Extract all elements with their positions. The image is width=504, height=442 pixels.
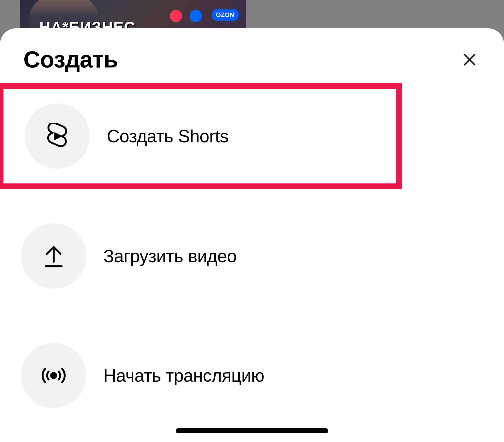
upload-icon	[40, 242, 67, 270]
home-indicator[interactable]	[176, 428, 328, 433]
upload-video-option[interactable]: Загрузить видео	[0, 196, 504, 316]
create-options-list: Создать Shorts Загрузить видео	[0, 83, 504, 435]
ozon-badge: OZON	[211, 9, 239, 21]
create-bottom-sheet: Создать Создать Shorts	[0, 28, 504, 442]
create-shorts-option[interactable]: Создать Shorts	[3, 103, 396, 169]
create-shorts-label: Создать Shorts	[107, 126, 229, 146]
option-icon-wrapper	[21, 343, 86, 408]
sheet-header: Создать	[0, 28, 504, 83]
svg-point-4	[51, 373, 56, 378]
option-icon-wrapper	[24, 103, 89, 169]
shorts-icon	[44, 123, 71, 150]
go-live-label: Начать трансляцию	[103, 366, 264, 386]
close-button[interactable]	[460, 50, 479, 70]
option-icon-wrapper	[21, 223, 86, 289]
sheet-title: Создать	[23, 46, 118, 73]
go-live-option[interactable]: Начать трансляцию	[0, 316, 504, 435]
highlight-annotation: Создать Shorts	[0, 83, 402, 189]
close-icon	[462, 52, 477, 67]
live-broadcast-icon	[40, 362, 67, 389]
upload-video-label: Загрузить видео	[103, 246, 237, 266]
